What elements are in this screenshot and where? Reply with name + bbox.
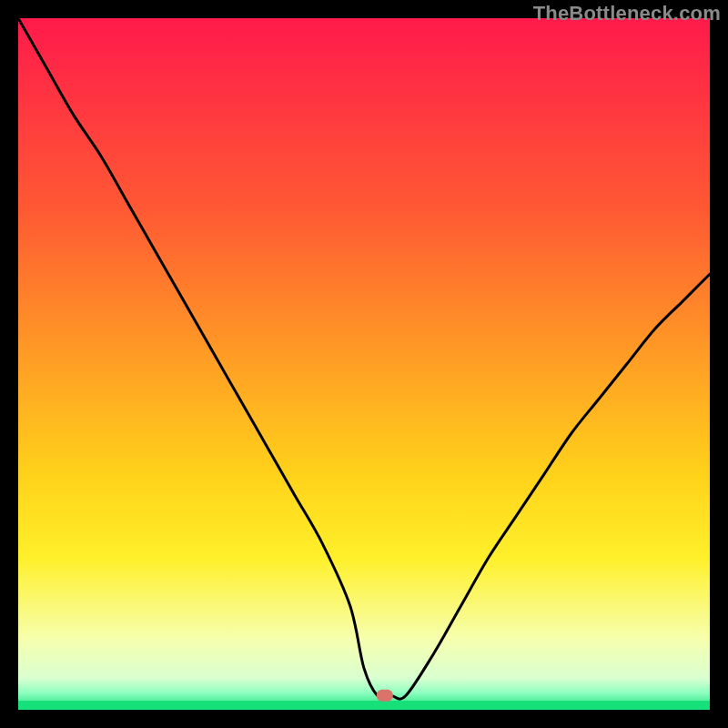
gradient-background (18, 18, 710, 710)
watermark-text: TheBottleneck.com (533, 2, 721, 25)
plot-area (18, 18, 710, 710)
chart-svg (18, 18, 710, 710)
chart-frame: TheBottleneck.com (0, 0, 728, 728)
baseline-band (18, 701, 710, 710)
optimal-point-marker (377, 690, 393, 702)
